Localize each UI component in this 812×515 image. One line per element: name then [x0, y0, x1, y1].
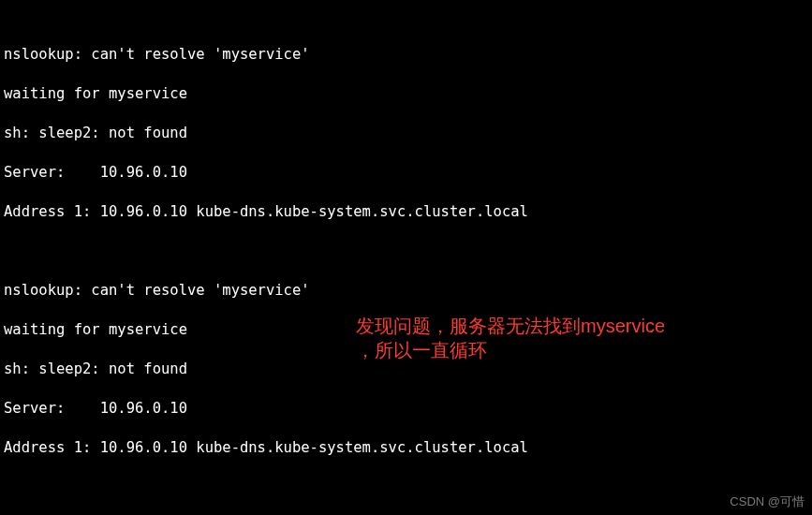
annotation-callout: 发现问题，服务器无法找到myservice ，所以一直循环 [356, 314, 796, 362]
log-line: Address 1: 10.96.0.10 kube-dns.kube-syst… [4, 438, 808, 458]
log-line: Server: 10.96.0.10 [4, 163, 808, 183]
log-line: nslookup: can't resolve 'myservice' [4, 45, 808, 65]
blank-line [4, 478, 808, 497]
log-line: Address 1: 10.96.0.10 kube-dns.kube-syst… [4, 202, 808, 222]
blank-line [4, 242, 808, 261]
terminal-window[interactable]: nslookup: can't resolve 'myservice' wait… [0, 0, 812, 515]
log-line: Server: 10.96.0.10 [4, 399, 808, 419]
annotation-line-1: 发现问题，服务器无法找到myservice [356, 314, 796, 338]
log-line: nslookup: can't resolve 'myservice' [4, 281, 808, 301]
log-line: sh: sleep2: not found [4, 360, 808, 379]
log-line: waiting for myservice [4, 84, 808, 104]
watermark: CSDN @可惜 [730, 492, 805, 511]
log-line: sh: sleep2: not found [4, 124, 808, 143]
annotation-line-2: ，所以一直循环 [356, 338, 796, 362]
